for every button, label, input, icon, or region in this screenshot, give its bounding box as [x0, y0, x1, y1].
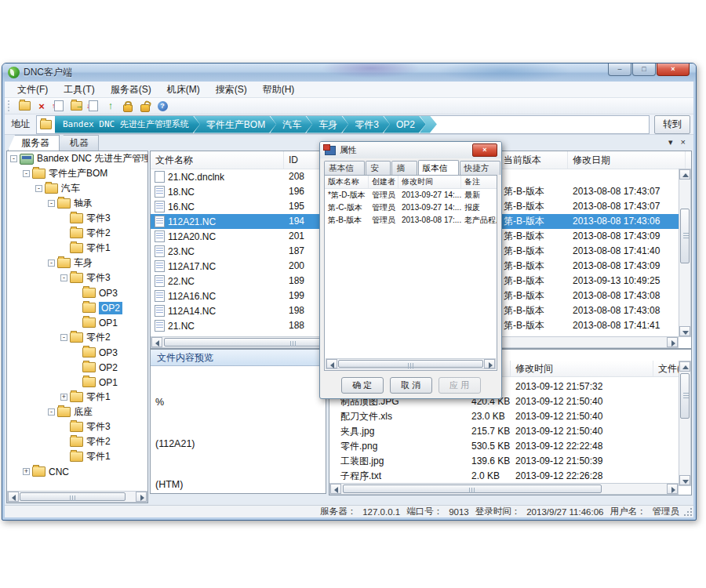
column-version[interactable]: 当前版本 [499, 151, 568, 169]
lock-icon[interactable] [120, 99, 136, 113]
tree-item[interactable]: 零件3 [7, 419, 147, 434]
status-server-label: 服务器： [320, 506, 356, 517]
breadcrumb-item[interactable]: OP2 [384, 116, 426, 133]
resize-grip[interactable] [683, 507, 692, 516]
attachment-hscrollbar[interactable] [329, 483, 679, 495]
delete-icon[interactable]: × [34, 99, 49, 113]
tree-item[interactable]: OP1 [7, 375, 147, 390]
tree-item[interactable]: OP3 [7, 285, 147, 300]
attachment-row[interactable]: 配刀文件.xls23.0 KB2013-09-12 21:50:40 [329, 409, 679, 424]
column-version-name[interactable]: 版本名称 [325, 176, 369, 188]
version-row[interactable]: 第-C-版本管理员2013-09-27 14:...报废 [325, 201, 497, 214]
tree-item-selected[interactable]: OP2 [7, 300, 147, 315]
tree-hscrollbar[interactable] [7, 491, 147, 503]
column-file-name[interactable]: 文件名称 [151, 151, 284, 169]
column-note[interactable]: 备注 [461, 176, 497, 188]
expander-icon[interactable]: - [48, 200, 55, 207]
breadcrumb-item[interactable]: 零件3 [342, 116, 390, 133]
tree-item[interactable]: 零件1 [7, 449, 147, 464]
menu-machine[interactable]: 机床(M) [159, 82, 208, 98]
breadcrumb-item[interactable]: 零件生产BOM [194, 116, 276, 133]
new-folder-icon[interactable] [16, 99, 32, 113]
column-creator[interactable]: 创建者 [369, 176, 398, 188]
cancel-button[interactable]: 取 消 [390, 377, 432, 394]
tree-item[interactable]: 零件1 [7, 241, 147, 256]
menu-search[interactable]: 搜索(S) [208, 82, 255, 98]
restore-button[interactable]: □ [632, 64, 656, 76]
minimize-button[interactable]: – [608, 64, 631, 76]
tree-item[interactable]: +零件1 [7, 390, 147, 405]
tree-item[interactable]: OP2 [7, 360, 147, 375]
go-button[interactable]: 转到 [654, 115, 690, 134]
tab-server[interactable]: 服务器 [8, 135, 60, 151]
attachment-row[interactable]: 工装图.jpg139.6 KB2013-09-12 21:50:39 [329, 454, 679, 469]
file-list-vscrollbar[interactable] [679, 169, 691, 337]
column-id[interactable]: ID [284, 151, 323, 169]
expander-icon[interactable]: - [48, 408, 55, 416]
toolbar-grip[interactable] [8, 100, 12, 111]
tree-item[interactable]: -车身 [7, 256, 147, 270]
tab-shortcut[interactable]: 快捷方式 [460, 161, 500, 175]
help-icon[interactable]: ? [155, 99, 170, 113]
version-row[interactable]: *第-D-版本管理员2013-09-27 14:...最新 [325, 189, 497, 201]
tree-item[interactable]: 零件2 [7, 434, 147, 449]
expander-icon[interactable]: + [23, 468, 30, 475]
column-modified[interactable]: 修改时间 [511, 361, 653, 376]
tab-security[interactable]: 安全 [366, 161, 391, 175]
tree-item[interactable]: OP1 [7, 315, 147, 330]
tree-item[interactable]: -底座 [7, 405, 147, 419]
tree-item[interactable]: OP3 [7, 345, 147, 360]
tab-machine[interactable]: 机器 [56, 135, 99, 151]
tree-item[interactable]: +CNC [7, 464, 147, 479]
close-button[interactable]: × [657, 64, 690, 76]
tree-item[interactable]: 零件2 [7, 226, 147, 241]
tree-item[interactable]: -轴承 [7, 196, 147, 211]
unlock-icon[interactable] [137, 99, 153, 113]
attachment-row[interactable]: 零件.png530.5 KB2013-09-12 22:22:48 [329, 439, 679, 454]
menu-tools[interactable]: 工具(T) [56, 82, 102, 98]
send-folder-icon[interactable] [68, 99, 84, 113]
expander-icon[interactable]: - [48, 260, 55, 267]
tree-item[interactable]: -零件生产BOM [7, 166, 147, 181]
tab-version-info[interactable]: 版本信息 [418, 160, 459, 176]
checkout-up-icon[interactable] [51, 99, 67, 113]
title-bar[interactable]: DNC客户端 – □ × [2, 64, 696, 82]
expander-icon[interactable]: - [10, 155, 17, 162]
pane-close-icon[interactable]: × [681, 137, 686, 147]
expander-icon[interactable]: - [23, 170, 30, 177]
column-date[interactable]: 修改日期 [568, 151, 686, 169]
upload-arrow-icon[interactable]: ↑ [103, 99, 118, 113]
dialog-close-button[interactable]: × [472, 143, 497, 157]
pane-chevron-down-icon[interactable]: ▾ [668, 137, 673, 147]
checkin-down-icon[interactable] [86, 99, 101, 113]
toolbar: × ↑ ? [5, 98, 693, 114]
menu-file[interactable]: 文件(F) [9, 82, 56, 98]
attachment-row[interactable]: 子程序.txt2.0 KB2013-09-12 22:26:28 [329, 469, 679, 484]
expander-icon[interactable]: - [60, 334, 67, 341]
tree-item[interactable]: 零件3 [7, 211, 147, 226]
version-list-hscrollbar[interactable] [326, 358, 496, 369]
expander-icon[interactable]: - [35, 185, 42, 192]
column-file-extra[interactable]: 文件(& [653, 361, 679, 376]
breadcrumb[interactable]: Bandex DNC 先进生产管理系统 零件生产BOM 汽车 车身 零件3 OP… [36, 115, 650, 134]
breadcrumb-root[interactable]: Bandex DNC 先进生产管理系统 [55, 116, 200, 133]
breadcrumb-item[interactable]: 车身 [306, 116, 348, 133]
tab-basic-info[interactable]: 基本信息 [324, 161, 365, 175]
attachment-row[interactable]: 夹具.jpg215.7 KB2013-09-12 21:50:40 [329, 424, 679, 439]
ok-button[interactable]: 确 定 [341, 377, 384, 394]
tree-item-root[interactable]: -Bandex DNC 先进生产管理系统 [7, 151, 147, 166]
dialog-title-bar[interactable]: 属性 × [320, 142, 501, 158]
breadcrumb-item[interactable]: 汽车 [270, 116, 312, 133]
expander-icon[interactable]: + [60, 394, 67, 401]
version-row[interactable]: 第-B-版本管理员2013-08-08 17:...老产品程序 [325, 214, 497, 227]
tab-summary[interactable]: 摘要 [391, 161, 417, 175]
attachment-vscrollbar[interactable] [679, 361, 691, 486]
menu-server[interactable]: 服务器(S) [103, 82, 159, 98]
preview-content[interactable]: % (112A21) (HTM) (T12| H1 | D21.0000mm |… [151, 366, 326, 517]
menu-help[interactable]: 帮助(H) [255, 82, 303, 98]
tree-item[interactable]: -零件2 [7, 330, 147, 345]
expander-icon[interactable]: - [60, 274, 67, 281]
column-modify-time[interactable]: 修改时间 [398, 176, 461, 188]
tree-item[interactable]: -零件3 [7, 270, 147, 285]
tree-item[interactable]: -汽车 [7, 181, 147, 196]
